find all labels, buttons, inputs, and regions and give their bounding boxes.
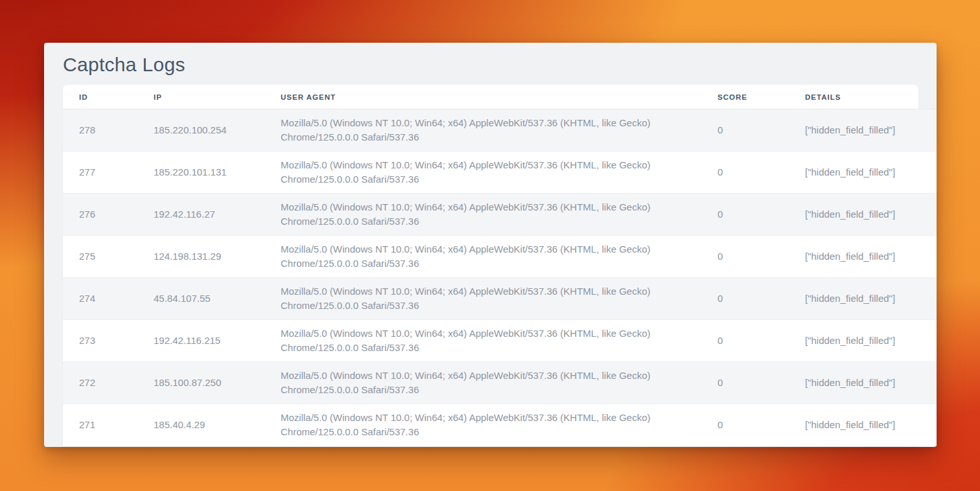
column-header-score: SCORE [701,85,789,109]
cell-details: ["hidden_field_filled"] [789,236,937,278]
cell-user_agent: Mozilla/5.0 (Windows NT 10.0; Win64; x64… [264,362,701,404]
captcha-logs-table: IDIPUSER AGENTSCOREDETAILSTIMESTAMP 2781… [63,85,937,446]
logs-table-container: IDIPUSER AGENTSCOREDETAILSTIMESTAMP 2781… [63,85,918,446]
column-header-details: DETAILS [789,85,937,109]
cell-details: ["hidden_field_filled"] [789,362,937,404]
cell-ip: 124.198.131.29 [137,236,264,278]
cell-id: 274 [63,278,137,320]
table-row: 278185.220.100.254Mozilla/5.0 (Windows N… [63,109,937,152]
cell-user_agent: Mozilla/5.0 (Windows NT 10.0; Win64; x64… [264,278,701,320]
table-row: 27445.84.107.55Mozilla/5.0 (Windows NT 1… [63,278,937,320]
table-row: 272185.100.87.250Mozilla/5.0 (Windows NT… [63,362,937,404]
cell-id: 277 [63,152,137,194]
cell-id: 275 [63,236,137,278]
cell-ip: 45.84.107.55 [137,278,264,320]
cell-details: ["hidden_field_filled"] [789,109,937,152]
cell-id: 273 [63,320,137,362]
table-header-row: IDIPUSER AGENTSCOREDETAILSTIMESTAMP [63,85,937,109]
cell-ip: 192.42.116.215 [137,320,264,362]
table-row: 273192.42.116.215Mozilla/5.0 (Windows NT… [63,320,937,362]
cell-id: 272 [63,362,137,404]
table-row: 277185.220.101.131Mozilla/5.0 (Windows N… [63,152,937,194]
column-header-id: ID [63,85,137,109]
cell-details: ["hidden_field_filled"] [789,152,937,194]
cell-score: 0 [701,404,789,446]
cell-score: 0 [701,152,789,194]
cell-details: ["hidden_field_filled"] [789,320,937,362]
cell-score: 0 [701,278,789,320]
captcha-logs-card: Captcha Logs IDIPUSER AGENTSCOREDETAILST… [44,43,937,447]
cell-user_agent: Mozilla/5.0 (Windows NT 10.0; Win64; x64… [264,404,701,446]
cell-ip: 185.220.101.131 [137,152,264,194]
cell-details: ["hidden_field_filled"] [789,278,937,320]
cell-user_agent: Mozilla/5.0 (Windows NT 10.0; Win64; x64… [264,109,701,152]
cell-user_agent: Mozilla/5.0 (Windows NT 10.0; Win64; x64… [264,194,701,236]
cell-ip: 192.42.116.27 [137,194,264,236]
cell-score: 0 [701,362,789,404]
column-header-ip: IP [137,85,264,109]
table-body: 278185.220.100.254Mozilla/5.0 (Windows N… [63,109,937,446]
cell-score: 0 [701,194,789,236]
table-row: 275124.198.131.29Mozilla/5.0 (Windows NT… [63,236,937,278]
cell-details: ["hidden_field_filled"] [789,194,937,236]
cell-score: 0 [701,109,789,152]
cell-user_agent: Mozilla/5.0 (Windows NT 10.0; Win64; x64… [264,320,701,362]
cell-score: 0 [701,236,789,278]
cell-id: 271 [63,404,137,446]
cell-ip: 185.220.100.254 [137,109,264,152]
page-title: Captcha Logs [44,43,937,85]
column-header-user_agent: USER AGENT [264,85,701,109]
cell-score: 0 [701,320,789,362]
cell-id: 276 [63,194,137,236]
cell-id: 278 [63,109,137,152]
cell-ip: 185.100.87.250 [137,362,264,404]
cell-user_agent: Mozilla/5.0 (Windows NT 10.0; Win64; x64… [264,236,701,278]
table-row: 271185.40.4.29Mozilla/5.0 (Windows NT 10… [63,404,937,446]
table-row: 276192.42.116.27Mozilla/5.0 (Windows NT … [63,194,937,236]
cell-details: ["hidden_field_filled"] [789,404,937,446]
cell-ip: 185.40.4.29 [137,404,264,446]
cell-user_agent: Mozilla/5.0 (Windows NT 10.0; Win64; x64… [264,152,701,194]
